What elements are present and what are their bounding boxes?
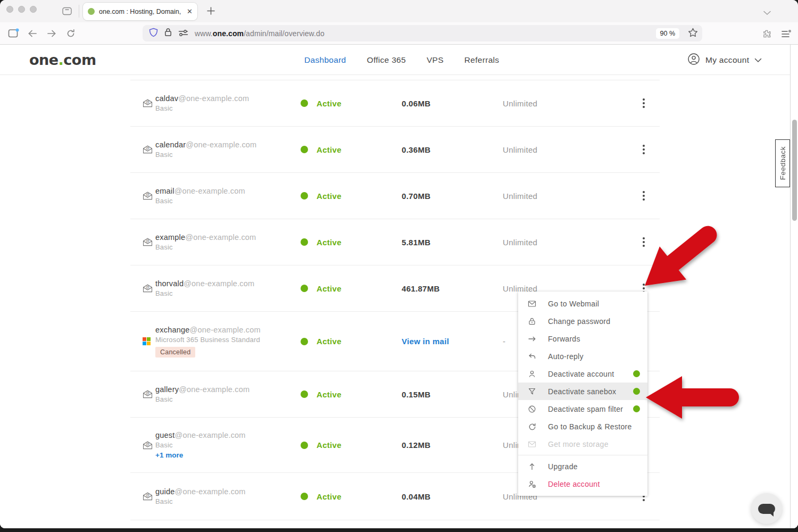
status-dot — [301, 442, 308, 449]
mailbox-size: 0.15MB — [402, 390, 503, 399]
status-cell: Active — [301, 145, 402, 154]
mailbox-icon: @ — [130, 192, 155, 200]
status-label: Active — [317, 284, 342, 293]
menu-item-upgrade[interactable]: Upgrade — [518, 458, 647, 475]
enabled-dot — [633, 388, 640, 395]
one-com-logo[interactable]: one.com — [29, 52, 96, 68]
status-cell: Active — [301, 337, 402, 346]
status-cell: Active — [301, 99, 402, 108]
status-dot — [301, 493, 308, 500]
mailbox-size: 0.70MB — [402, 192, 503, 201]
status-cell: Active — [301, 238, 402, 247]
downloads-icon[interactable] — [62, 7, 72, 18]
row-menu-button[interactable] — [628, 140, 660, 159]
bookmark-star-icon[interactable] — [688, 28, 698, 39]
extensions-puzzle-icon[interactable] — [762, 29, 772, 41]
chevron-down-icon — [754, 55, 762, 65]
email-address: calendar@one-example.com — [155, 140, 301, 149]
menu-item-backup-restore[interactable]: Go to Backup & Restore — [518, 418, 647, 435]
mailbox-size: 0.36MB — [402, 145, 503, 154]
row-menu-button[interactable] — [628, 94, 660, 112]
window-traffic-lights[interactable] — [6, 6, 37, 13]
svg-text:@: @ — [146, 442, 149, 445]
menu-item-auto-reply[interactable]: Auto-reply — [518, 347, 647, 365]
svg-text:@: @ — [146, 493, 149, 497]
view-in-mail-link[interactable]: View in mail — [402, 337, 503, 346]
browser-tab[interactable]: one.com : Hosting, Domain, Ema ✕ — [83, 3, 197, 20]
row-menu-button[interactable] — [628, 233, 660, 251]
account-person-icon — [687, 53, 700, 68]
url-bar[interactable]: www.one.com/admin/mail/overview.do 90 % — [143, 25, 702, 41]
menu-item-forwards[interactable]: Forwards — [518, 330, 647, 347]
enabled-dot — [633, 370, 640, 377]
cancelled-badge: Cancelled — [155, 347, 195, 358]
back-icon[interactable] — [28, 29, 37, 40]
mailbox-size: 0.12MB — [402, 440, 503, 450]
quota-label: Unlimited — [503, 99, 628, 108]
email-address: email@one-example.com — [155, 187, 301, 195]
row-menu-button[interactable] — [628, 187, 660, 205]
person-remove-icon — [528, 480, 536, 488]
svg-text:@: @ — [146, 193, 149, 196]
more-aliases-link[interactable]: +1 more — [155, 451, 301, 459]
nav-dashboard[interactable]: Dashboard — [304, 55, 346, 65]
forward-icon[interactable] — [47, 29, 56, 40]
zoom-level-chip[interactable]: 90 % — [656, 28, 680, 39]
plan-label: Microsoft 365 Business Standard — [155, 336, 301, 344]
my-account-menu[interactable]: My account — [687, 45, 762, 75]
url-text: www.one.com/admin/mail/overview.do — [195, 29, 325, 38]
firefox-view-icon[interactable] — [8, 28, 19, 40]
menu-item-change-password[interactable]: Change password — [518, 312, 647, 330]
lock-icon[interactable] — [164, 28, 172, 39]
plan-label: Basic — [155, 243, 301, 251]
menu-divider — [518, 455, 647, 455]
status-label: Active — [317, 390, 342, 399]
email-address: gallery@one-example.com — [155, 385, 301, 394]
status-label: Active — [317, 99, 342, 108]
nav-vps[interactable]: VPS — [427, 55, 444, 65]
email-address: guide@one-example.com — [155, 487, 301, 496]
menu-item-go-to-webmail[interactable]: Go to Webmail — [518, 295, 647, 312]
shield-icon[interactable] — [149, 28, 158, 39]
tab-title: one.com : Hosting, Domain, Ema — [99, 8, 182, 15]
menu-item-delete-account[interactable]: Delete account — [518, 475, 647, 493]
status-dot — [301, 146, 308, 153]
menu-item-deactivate-account[interactable]: Deactivate account — [518, 365, 647, 383]
padlock-icon — [528, 317, 536, 326]
status-dot — [301, 238, 308, 246]
plan-label: Basic — [155, 497, 301, 505]
scrollbar-thumb[interactable] — [792, 120, 797, 221]
account-context-menu: Go to Webmail Change password Forwards A… — [518, 292, 647, 496]
plan-label: Basic — [155, 289, 301, 297]
envelope-icon — [528, 300, 536, 308]
page-content: one.com Dashboard Office 365 VPS Referra… — [0, 45, 798, 528]
email-address: example@one-example.com — [155, 233, 301, 242]
main-nav: Dashboard Office 365 VPS Referrals — [304, 45, 499, 75]
mailbox-size: 461.87MB — [402, 284, 503, 293]
plan-label: Basic — [155, 104, 301, 112]
list-all-tabs-icon[interactable] — [763, 8, 771, 18]
svg-text:@: @ — [146, 391, 149, 395]
quota-label: Unlimited — [503, 192, 628, 201]
person-icon — [528, 370, 536, 378]
status-label: Active — [317, 440, 342, 450]
status-cell: Active — [301, 390, 402, 399]
page-scrollbar[interactable] — [790, 45, 798, 528]
plan-label: Basic — [155, 441, 301, 449]
nav-referrals[interactable]: Referrals — [464, 55, 500, 65]
blocked-circle-icon — [528, 405, 536, 413]
menu-hamburger-icon[interactable] — [781, 30, 792, 40]
table-row-caldav: @ caldav@one-example.comBasic Active 0.0… — [130, 80, 660, 127]
chat-widget-button[interactable] — [751, 493, 782, 524]
reload-icon[interactable] — [66, 29, 76, 40]
tab-close-icon[interactable]: ✕ — [187, 7, 193, 15]
nav-office-365[interactable]: Office 365 — [367, 55, 406, 65]
menu-item-deactivate-spam-filter[interactable]: Deactivate spam filter — [518, 400, 647, 418]
permissions-icon[interactable] — [178, 29, 188, 38]
status-dot — [301, 338, 308, 345]
menu-item-deactivate-sanebox[interactable]: Deactivate sanebox — [518, 383, 647, 400]
status-dot — [301, 285, 308, 292]
new-tab-icon[interactable] — [206, 6, 215, 18]
feedback-tab[interactable]: Feedback — [775, 139, 790, 187]
browser-toolbar: www.one.com/admin/mail/overview.do 90 % — [0, 22, 798, 45]
